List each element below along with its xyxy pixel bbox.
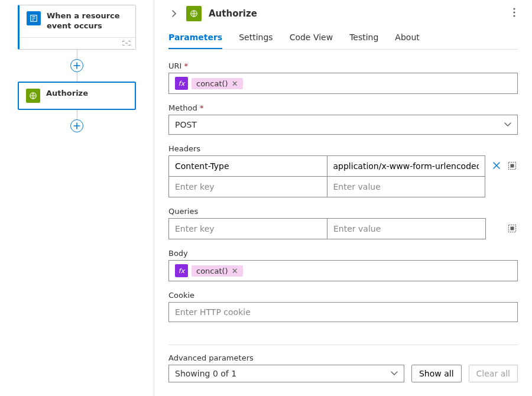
advanced-select-value: Showing 0 of 1 — [175, 369, 236, 378]
event-grid-icon — [27, 11, 41, 25]
headers-grid — [168, 155, 485, 197]
trigger-title: When a resource event occurs — [47, 11, 128, 31]
panel-header: Authorize — [168, 5, 518, 22]
http-icon — [186, 6, 202, 21]
section-divider — [168, 345, 518, 345]
method-select[interactable]: POST — [168, 115, 518, 135]
add-step-button[interactable] — [70, 119, 83, 132]
tab-settings[interactable]: Settings — [239, 33, 273, 49]
tab-parameters[interactable]: Parameters — [168, 33, 222, 49]
cookie-input[interactable] — [175, 307, 511, 317]
tab-about[interactable]: About — [395, 33, 419, 49]
cookie-input-wrapper — [168, 302, 518, 322]
switch-to-text-mode-button[interactable] — [507, 223, 518, 234]
panel-title: Authorize — [209, 8, 257, 19]
body-input[interactable]: fx concat() ✕ — [168, 260, 518, 281]
header-value-input[interactable] — [333, 182, 479, 191]
link-icon — [122, 38, 131, 48]
show-all-button[interactable]: Show all — [411, 365, 462, 382]
uri-input[interactable]: fx concat() ✕ — [168, 73, 518, 94]
expression-token[interactable]: concat() ✕ — [192, 78, 243, 89]
headers-row — [169, 156, 485, 176]
svg-rect-7 — [511, 164, 514, 167]
expression-token[interactable]: concat() ✕ — [192, 265, 243, 277]
advanced-label: Advanced parameters — [168, 353, 518, 362]
method-label: Method * — [168, 103, 518, 112]
canvas-action-node[interactable]: Authorize — [18, 82, 136, 110]
uri-label: URI * — [168, 61, 518, 70]
svg-point-5 — [513, 15, 515, 17]
header-value-input[interactable] — [333, 161, 479, 171]
canvas-trigger-node[interactable]: When a resource event occurs — [18, 5, 136, 50]
canvas-connector — [12, 50, 142, 82]
remove-token-button[interactable]: ✕ — [232, 267, 238, 275]
remove-token-button[interactable]: ✕ — [232, 79, 238, 88]
remove-header-button[interactable] — [491, 160, 502, 171]
body-label: Body — [168, 249, 518, 258]
clear-all-button: Clear all — [469, 365, 518, 382]
panel-tabs: Parameters Settings Code View Testing Ab… — [168, 33, 518, 50]
canvas-connector-tail — [12, 110, 142, 132]
headers-row-new — [169, 176, 485, 197]
queries-label: Queries — [168, 207, 518, 216]
add-step-button[interactable] — [70, 59, 83, 72]
fx-icon: fx — [175, 264, 188, 277]
expression-token-label: concat() — [196, 79, 228, 88]
tab-code-view[interactable]: Code View — [290, 33, 333, 49]
query-value-input[interactable] — [333, 224, 479, 233]
headers-label: Headers — [168, 144, 518, 153]
header-key-input[interactable] — [175, 182, 321, 191]
fx-icon: fx — [175, 77, 188, 90]
queries-row-new — [169, 219, 485, 239]
queries-grid — [168, 218, 486, 239]
header-key-input[interactable] — [175, 161, 321, 171]
svg-point-4 — [513, 11, 515, 13]
chevron-down-icon — [391, 371, 398, 376]
cookie-label: Cookie — [168, 291, 518, 300]
http-icon — [26, 89, 40, 103]
advanced-parameters-select[interactable]: Showing 0 of 1 — [168, 365, 404, 382]
designer-canvas: When a resource event occurs Authori — [0, 0, 154, 396]
chevron-down-icon — [504, 122, 511, 127]
svg-rect-9 — [511, 226, 514, 230]
action-title: Authorize — [46, 89, 88, 99]
query-key-input[interactable] — [175, 224, 321, 233]
switch-to-text-mode-button[interactable] — [507, 160, 518, 171]
method-value: POST — [175, 120, 197, 129]
more-menu-button[interactable] — [511, 5, 518, 22]
tab-testing[interactable]: Testing — [349, 33, 378, 49]
expression-token-label: concat() — [196, 267, 228, 275]
collapse-chevron-icon[interactable] — [168, 7, 179, 20]
action-settings-panel: Authorize Parameters Settings Code View … — [154, 0, 532, 396]
svg-point-3 — [513, 8, 515, 9]
